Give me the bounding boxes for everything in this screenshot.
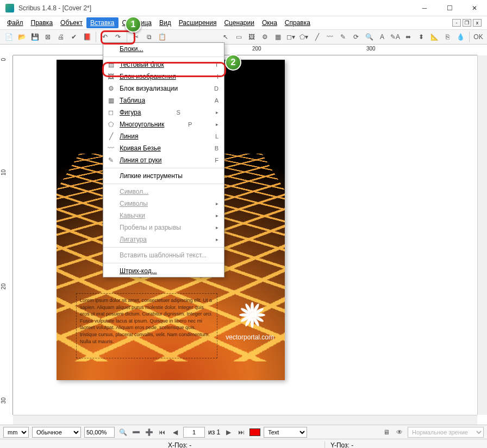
horizontal-scrollbar[interactable] — [13, 415, 477, 425]
polygon-icon[interactable]: ⬠▾ — [298, 31, 309, 42]
menu-item-ligature: Лигатура▸ — [103, 234, 224, 245]
menu-help[interactable]: Справка — [281, 17, 314, 28]
measure-icon[interactable]: 📐 — [429, 31, 440, 42]
minimize-button[interactable]: ─ — [412, 0, 437, 16]
image-frame-icon: 🖼 — [107, 72, 115, 81]
zoom-out-icon[interactable]: ➖ — [131, 427, 141, 437]
first-page-icon[interactable]: ⏮ — [157, 427, 167, 437]
freehand-icon[interactable]: ✎ — [338, 31, 348, 42]
link-frames-icon[interactable]: ⬌ — [403, 31, 414, 42]
layer-select[interactable]: Text — [264, 427, 307, 438]
menu-windows[interactable]: Окна — [258, 17, 281, 28]
menu-insert[interactable]: Вставка — [86, 17, 118, 28]
new-icon[interactable]: 📄 — [3, 31, 14, 42]
page-number-input[interactable] — [183, 427, 205, 438]
menu-object[interactable]: Объект — [57, 17, 86, 28]
menu-scripts[interactable]: Сценарии — [220, 17, 258, 28]
close-doc-icon[interactable]: ⊠ — [42, 31, 53, 42]
edit-text-icon[interactable]: A — [377, 31, 388, 42]
ruler-tick: 0 — [1, 58, 7, 61]
zoom-input[interactable] — [84, 427, 115, 438]
rotate-icon[interactable]: ⟳ — [351, 31, 361, 42]
vision-select[interactable]: Нормальное зрение — [408, 427, 484, 438]
prev-page-icon[interactable]: ◀ — [170, 427, 180, 437]
shape-icon[interactable]: ◻▾ — [285, 31, 296, 42]
vertical-scrollbar[interactable] — [477, 55, 487, 415]
freehand-icon: ✎ — [107, 156, 115, 165]
menu-item-sticky-tools[interactable]: Липкие инструменты — [103, 170, 224, 182]
annotation-badge-1: 1 — [125, 16, 141, 33]
paste-icon[interactable]: 📋 — [157, 31, 167, 42]
text-frame-icon: ▤ — [107, 60, 115, 69]
unit-select[interactable]: mm — [3, 427, 29, 438]
preview-quality-select[interactable]: Обычное — [32, 427, 81, 438]
pdf-icon[interactable]: 📕 — [82, 31, 92, 42]
next-page-icon[interactable]: ▶ — [223, 427, 233, 437]
menu-item-line[interactable]: ╱ЛинияL — [103, 130, 224, 142]
table-icon[interactable]: ▦ — [272, 31, 283, 42]
render-frame-icon[interactable]: ⚙ — [259, 31, 270, 42]
mdi-close[interactable]: x — [473, 19, 482, 27]
close-button[interactable]: ✕ — [462, 0, 487, 16]
menu-extensions[interactable]: Расширения — [175, 17, 221, 28]
page-total-label: из 1 — [208, 428, 220, 436]
line-icon[interactable]: ╱ — [311, 31, 322, 42]
horizontal-ruler: 100 200 300 — [13, 45, 477, 55]
menu-item-text-frame[interactable]: ▤Тестовый блокT — [103, 59, 224, 71]
menu-edit[interactable]: Правка — [27, 17, 57, 28]
menu-item-freehand[interactable]: ✎Линия от рукиF — [103, 154, 224, 166]
redo-icon[interactable]: ↷ — [113, 31, 123, 42]
vertical-ruler: 0 10 20 30 — [0, 55, 13, 415]
line-icon: ╱ — [107, 132, 115, 141]
save-icon[interactable]: 💾 — [29, 31, 40, 42]
window-title: Scribus 1.4.8 - [Cover 2*] — [18, 4, 412, 12]
select-icon[interactable]: ↖ — [220, 31, 231, 42]
undo-icon[interactable]: ↶ — [99, 31, 110, 42]
unlink-frames-icon[interactable]: ⬍ — [416, 31, 427, 42]
ruler-tick: 30 — [1, 397, 7, 403]
maximize-button[interactable]: ☐ — [437, 0, 462, 16]
menu-file[interactable]: Файл — [3, 17, 27, 28]
cut-icon[interactable]: ✂ — [130, 31, 141, 42]
ruler-tick: 300 — [366, 46, 376, 52]
menu-item-polygon[interactable]: ⬠МногоугольникP▸ — [103, 118, 224, 130]
svg-point-0 — [249, 312, 255, 318]
menu-item-frames[interactable]: Блоки... — [103, 43, 224, 55]
menu-view[interactable]: Вид — [155, 17, 175, 28]
menu-item-table[interactable]: ▦ТаблицаA — [103, 94, 224, 106]
mdi-minimize[interactable]: - — [452, 19, 461, 27]
status-bar: mm Обычное 🔍 ➖ ➕ ⏮ ◀ из 1 ▶ ⏭ Text 🖥 👁 Н… — [0, 425, 487, 439]
menu-item-image-frame[interactable]: 🖼Блок изображенияI — [103, 71, 224, 83]
brand-text: vectorportal.com — [226, 333, 274, 341]
check-icon[interactable]: ✔ — [68, 31, 79, 42]
bezier-icon[interactable]: 〰 — [324, 31, 335, 42]
image-frame-icon[interactable]: 🖼 — [246, 31, 257, 42]
menu-item-bezier[interactable]: 〰Кривая БезьеB — [103, 142, 224, 154]
y-position: Y-Поз: - — [325, 441, 487, 449]
menu-item-shape[interactable]: ◻ФигураS▸ — [103, 106, 224, 118]
open-icon[interactable]: 📂 — [16, 31, 27, 42]
copy-icon[interactable]: ⧉ — [143, 31, 154, 42]
ruler-tick: 20 — [1, 283, 7, 289]
text-frame-icon[interactable]: ▭ — [233, 31, 244, 42]
titlebar: Scribus 1.4.8 - [Cover 2*] ─ ☐ ✕ — [0, 0, 487, 16]
pdf-tools-icon[interactable]: OK — [473, 31, 484, 42]
zoom-icon[interactable]: 🔍 — [364, 31, 374, 42]
menu-item-sample-text: Вставить шаблонный текст... — [103, 249, 224, 261]
canvas[interactable]: Lorem ipsum dolor sit amet, consectetuer… — [13, 55, 477, 415]
story-editor-icon[interactable]: ✎A — [390, 31, 401, 42]
zoom-in-icon[interactable]: ➕ — [144, 427, 154, 437]
print-icon[interactable]: 🖨 — [55, 31, 66, 42]
eyedropper-icon[interactable]: 💧 — [455, 31, 466, 42]
zoom-reset-icon[interactable]: 🔍 — [118, 427, 128, 437]
preview-icon[interactable]: 👁 — [395, 427, 404, 437]
menu-item-render-frame[interactable]: ⚙Блок визуализацииD — [103, 83, 224, 94]
lorem-text-frame[interactable]: Lorem ipsum dolor sit amet, consectetuer… — [76, 293, 217, 358]
cms-icon[interactable]: 🖥 — [382, 427, 391, 437]
mdi-restore[interactable]: ❐ — [463, 19, 471, 27]
menubar: Файл Правка Объект Вставка Страница Вид … — [0, 16, 487, 29]
insert-dropdown-menu: Блоки... ▤Тестовый блокT 🖼Блок изображен… — [103, 42, 224, 277]
menu-item-barcode[interactable]: Штрих-код... — [103, 265, 224, 277]
copy-props-icon[interactable]: ⎘ — [442, 31, 453, 42]
last-page-icon[interactable]: ⏭ — [236, 427, 246, 437]
